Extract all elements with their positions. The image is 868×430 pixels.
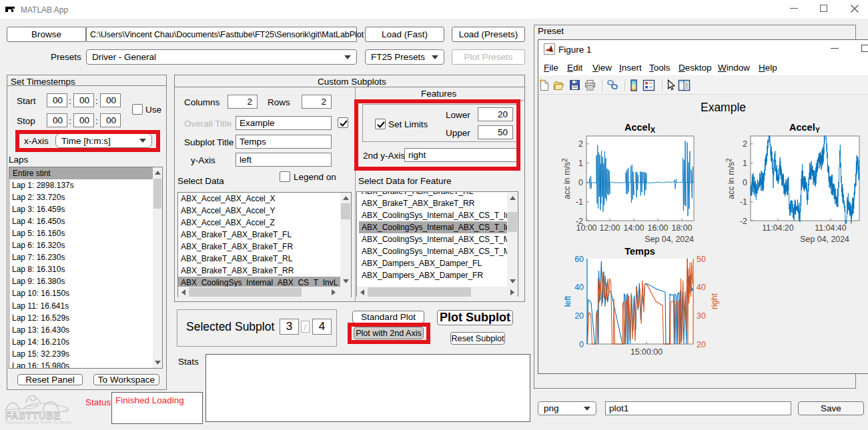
svg-text:acc in m/s2: acc in m/s2 [725, 158, 736, 199]
svg-text:1: 1 [743, 159, 747, 168]
svg-text:14:00: 14:00 [623, 223, 644, 233]
svg-text:-1: -1 [576, 197, 583, 207]
svg-text:2: 2 [743, 139, 747, 149]
svg-text:left: left [563, 295, 572, 307]
svg-text:2: 2 [578, 139, 583, 149]
svg-text:0: 0 [578, 178, 583, 187]
svg-text:40: 40 [574, 283, 584, 292]
svg-text:12:00: 12:00 [599, 223, 620, 233]
svg-text:0: 0 [743, 178, 747, 187]
svg-text:1: 1 [578, 159, 583, 168]
svg-text:20: 20 [574, 311, 584, 321]
svg-text:right: right [710, 293, 719, 309]
svg-text:30: 30 [697, 311, 706, 321]
svg-text:11:04:20: 11:04:20 [762, 223, 793, 233]
svg-text:11:04:40: 11:04:40 [815, 223, 846, 233]
svg-text:40: 40 [697, 283, 706, 292]
svg-text:Temps: Temps [624, 246, 655, 257]
svg-text:0: 0 [579, 340, 584, 349]
svg-text:20: 20 [697, 340, 706, 349]
svg-text:-1: -1 [740, 197, 747, 207]
svg-text:10:00: 10:00 [576, 223, 596, 233]
svg-text:AccelY: AccelY [789, 122, 821, 134]
svg-text:16:00: 16:00 [647, 223, 668, 233]
svg-text:-2: -2 [740, 217, 747, 226]
svg-text:Formula Student Team TU Berlin: Formula Student Team TU Berlin [5, 420, 71, 425]
svg-text:60: 60 [574, 255, 584, 264]
svg-text:15:00:00: 15:00:00 [630, 347, 663, 357]
svg-text:Example: Example [701, 101, 746, 114]
svg-text:AccelX: AccelX [624, 122, 656, 134]
svg-text:50: 50 [697, 255, 706, 264]
svg-text:Sep 04, 2024: Sep 04, 2024 [800, 235, 849, 244]
svg-text:acc in m/s2: acc in m/s2 [561, 158, 572, 199]
svg-text:18:00: 18:00 [671, 223, 692, 233]
svg-text:Sep 04, 2024: Sep 04, 2024 [644, 235, 694, 244]
